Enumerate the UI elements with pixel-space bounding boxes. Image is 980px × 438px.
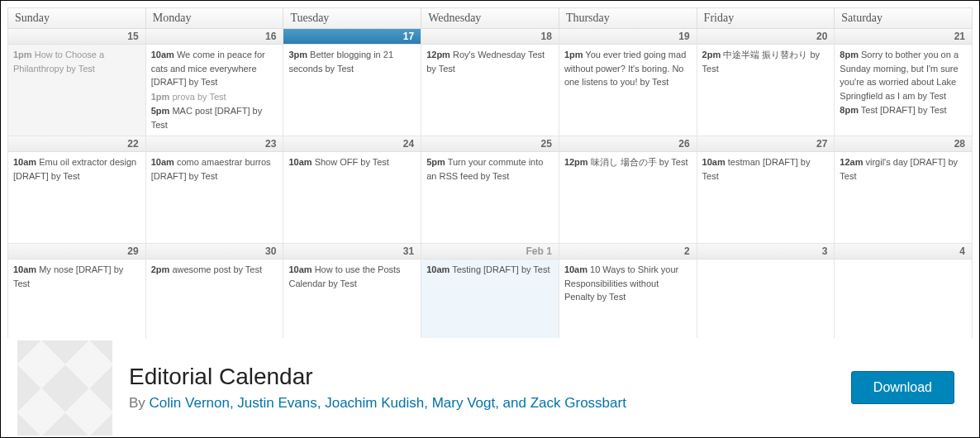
day-cell[interactable]: 2310am como amaestrar burros [DRAFT] by … [145,136,283,244]
event-time: 10am [702,157,725,167]
calendar-event[interactable]: 2pm 中途半端 振り替わり by Test [702,48,830,75]
calendar-event[interactable]: 10am 10 Ways to Shirk your Responsibilit… [564,263,692,304]
events-list: 1pm How to Choose a Philanthropy by Test [8,45,145,79]
day-cell[interactable]: 2910am My nose [DRAFT] by Test [7,244,145,351]
event-time: 12am [840,157,863,167]
day-cell[interactable]: 255pm Turn your commute into an RSS feed… [421,136,559,244]
events-list: 8pm Sorry to bother you on a Sunday morn… [835,45,972,121]
calendar-event[interactable]: 10am Testing [DRAFT] by Test [426,263,554,277]
calendar-event[interactable]: 8pm Sorry to bother you on a Sunday morn… [840,48,967,102]
events-list [697,259,835,266]
date-label: 28 [835,136,972,152]
date-label: 17 [283,29,421,45]
events-list: 12pm Roy's Wednesday Test by Test [421,45,559,79]
week-row: 2910am My nose [DRAFT] by Test302pm awes… [7,244,973,351]
event-text: awesome post by Test [169,264,262,274]
calendar-event[interactable]: 10am Show OFF by Test [288,155,416,169]
day-cell[interactable]: 2612pm 味消し 場合の手 by Test [559,136,697,244]
plugin-author-line: By Colin Vernon, Justin Evans, Joachim K… [129,395,851,412]
by-label: By [129,395,150,411]
date-label: 2 [559,244,697,259]
day-cell[interactable]: 218pm Sorry to bother you on a Sunday mo… [834,29,973,136]
calendar-event[interactable]: 2pm awesome post by Test [151,263,278,277]
day-header-tuesday: Tuesday [283,7,421,29]
day-cell[interactable]: 2812am virgil's day [DRAFT] by Test [834,136,973,244]
calendar-event[interactable]: 12pm 味消し 場合の手 by Test [564,155,692,169]
day-cell[interactable]: 173pm Better blogging in 21 seconds by T… [283,29,421,136]
calendar-event[interactable]: 10am We come in peace for cats and mice … [151,48,278,89]
download-button[interactable]: Download [851,371,954,404]
day-cell[interactable]: Feb 110am Testing [DRAFT] by Test [421,244,559,351]
calendar: SundayMondayTuesdayWednesdayThursdayFrid… [1,1,979,351]
day-cell[interactable]: 210am 10 Ways to Shirk your Responsibili… [559,244,697,351]
date-label: 18 [421,29,559,45]
calendar-event[interactable]: 5pm Turn your commute into an RSS feed b… [426,155,554,183]
event-time: 12pm [426,50,450,60]
event-text: Show OFF by Test [312,157,389,167]
date-label: 23 [146,136,283,152]
day-cell[interactable]: 151pm How to Choose a Philanthropy by Te… [7,29,145,136]
events-list [835,259,972,266]
day-cell[interactable]: 2710am testman [DRAFT] by Test [697,136,835,244]
date-label: 3 [697,244,835,259]
plugin-footer: Editorial Calendar By Colin Vernon, Just… [1,338,979,437]
events-list: 10am Emu oil extractor design [DRAFT] by… [8,152,145,187]
week-row: 151pm How to Choose a Philanthropy by Te… [7,29,973,136]
day-cell[interactable]: 191pm You ever tried going mad without p… [559,29,697,136]
day-cell[interactable]: 3 [697,244,835,351]
day-cell[interactable]: 202pm 中途半端 振り替わり by Test [697,29,835,136]
date-label: Feb 1 [421,244,559,259]
event-time: 10am [151,157,174,167]
calendar-event[interactable]: 12am virgil's day [DRAFT] by Test [840,155,967,183]
day-cell[interactable]: 2210am Emu oil extractor design [DRAFT] … [7,136,145,244]
date-label: 30 [146,244,283,259]
event-time: 2pm [151,264,170,274]
events-list: 10am testman [DRAFT] by Test [697,152,835,187]
event-time: 5pm [426,157,445,167]
calendar-event[interactable]: 10am How to use the Posts Calendar by Te… [288,263,416,290]
day-cell[interactable]: 302pm awesome post by Test [145,244,283,351]
event-time: 3pm [288,50,307,60]
calendar-event[interactable]: 8pm Test [DRAFT] by Test [840,103,967,117]
events-list: 10am 10 Ways to Shirk your Responsibilit… [559,259,697,308]
date-label: 22 [8,136,145,152]
day-cell[interactable]: 3110am How to use the Posts Calendar by … [283,244,421,351]
events-list: 10am My nose [DRAFT] by Test [8,259,145,294]
events-list: 10am Show OFF by Test [283,152,421,174]
day-header-monday: Monday [145,7,283,29]
date-label: 16 [146,29,283,45]
calendar-event[interactable]: 10am como amaestrar burros [DRAFT] by Te… [151,155,278,183]
calendar-event[interactable]: 5pm MAC post [DRAFT] by Test [151,104,278,131]
events-list: 10am Testing [DRAFT] by Test [421,259,559,281]
event-time: 1pm [151,92,170,102]
event-time: 10am [151,50,174,60]
calendar-event[interactable]: 10am Emu oil extractor design [DRAFT] by… [13,155,140,183]
calendar-event[interactable]: 12pm Roy's Wednesday Test by Test [426,48,554,75]
event-time: 1pm [13,50,32,60]
events-list: 5pm Turn your commute into an RSS feed b… [421,152,559,187]
calendar-event[interactable]: 1pm prova by Test [151,90,278,104]
calendar-weeks: 151pm How to Choose a Philanthropy by Te… [7,29,973,351]
events-list: 3pm Better blogging in 21 seconds by Tes… [283,45,421,79]
event-time: 10am [13,264,36,274]
week-row: 2210am Emu oil extractor design [DRAFT] … [7,136,973,244]
event-time: 10am [13,157,36,167]
day-cell[interactable]: 1610am We come in peace for cats and mic… [145,29,283,136]
day-cell[interactable]: 2410am Show OFF by Test [283,136,421,244]
event-time: 10am [288,157,312,167]
day-cell[interactable]: 1812pm Roy's Wednesday Test by Test [421,29,559,136]
date-label: 21 [835,29,972,45]
event-text: You ever tried going mad without power? … [564,50,686,87]
event-time: 12pm [564,157,588,167]
calendar-event[interactable]: 10am My nose [DRAFT] by Test [13,263,140,290]
calendar-event[interactable]: 1pm You ever tried going mad without pow… [564,48,692,89]
events-list: 10am How to use the Posts Calendar by Te… [283,259,421,294]
calendar-event[interactable]: 1pm How to Choose a Philanthropy by Test [13,48,140,75]
plugin-authors-link[interactable]: Colin Vernon, Justin Evans, Joachim Kudi… [150,395,626,411]
events-list: 2pm awesome post by Test [146,259,283,281]
event-time: 10am [288,264,312,274]
calendar-event[interactable]: 3pm Better blogging in 21 seconds by Tes… [288,48,416,75]
day-cell[interactable]: 4 [834,244,973,351]
calendar-event[interactable]: 10am testman [DRAFT] by Test [702,155,830,183]
date-label: 24 [283,136,421,152]
